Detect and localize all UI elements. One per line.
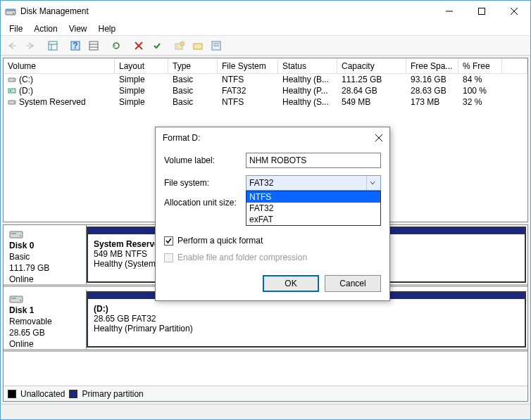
table-row[interactable]: (C:)SimpleBasicNTFSHealthy (B...111.25 G… [4, 74, 527, 85]
svg-point-36 [20, 300, 21, 301]
window-title: Disk Management [20, 6, 433, 16]
menu-help[interactable]: Help [93, 23, 122, 35]
compression-checkbox: Enable file and folder compression [164, 253, 381, 262]
svg-rect-34 [10, 296, 23, 303]
menu-action[interactable]: Action [28, 23, 63, 35]
check-icon[interactable] [149, 37, 165, 54]
disk-size: 28.65 GB [9, 328, 80, 338]
refresh-icon[interactable] [108, 37, 125, 54]
table-row[interactable]: System ReservedSimpleBasicNTFSHealthy (S… [4, 96, 527, 108]
svg-rect-1 [6, 10, 15, 11]
menu-view[interactable]: View [63, 23, 93, 35]
legend-primary-swatch [69, 390, 77, 398]
cancel-button[interactable]: Cancel [325, 275, 381, 292]
chevron-down-icon [366, 176, 377, 190]
ok-button[interactable]: OK [263, 275, 319, 292]
svg-rect-31 [10, 231, 23, 238]
statusbar [1, 404, 530, 419]
new-volume-icon [171, 37, 188, 54]
allocation-unit-size-label: Allocation unit size: [164, 198, 246, 208]
svg-rect-27 [8, 89, 15, 93]
svg-point-2 [13, 13, 14, 14]
svg-point-20 [180, 42, 185, 46]
titlebar: Disk Management [1, 1, 530, 22]
maximize-button[interactable] [466, 1, 498, 22]
filesystem-combobox[interactable]: FAT32 [246, 175, 381, 191]
help-icon[interactable]: ? [67, 37, 84, 54]
col-filesystem[interactable]: File System [218, 58, 278, 73]
quick-format-label: Perform a quick format [177, 236, 263, 246]
volume-label-input[interactable] [246, 153, 381, 168]
legend-unallocated-label: Unallocated [20, 389, 65, 399]
delete-icon[interactable] [130, 37, 147, 54]
toolbar: ? [1, 36, 530, 56]
col-freespace[interactable]: Free Spa... [406, 58, 458, 73]
filesystem-value: FAT32 [249, 178, 273, 188]
disk-name: Disk 1 [9, 305, 80, 315]
svg-point-30 [13, 102, 15, 103]
filesystem-option-exfat[interactable]: exFAT [246, 214, 380, 225]
svg-point-33 [20, 235, 21, 236]
svg-rect-28 [10, 90, 11, 91]
layout-icon[interactable] [44, 37, 61, 54]
legend: Unallocated Primary partition [4, 386, 527, 401]
partition-line: Healthy (Primary Partition) [94, 324, 519, 333]
menubar: File Action View Help [1, 22, 530, 36]
svg-point-26 [13, 79, 15, 81]
menu-file[interactable]: File [4, 23, 28, 35]
col-layout[interactable]: Layout [115, 58, 168, 73]
col-type[interactable]: Type [168, 58, 218, 73]
disk-size: 111.79 GB [9, 263, 80, 273]
disk-kind: Removable [9, 317, 80, 326]
legend-unallocated-swatch [8, 390, 16, 398]
disk-management-icon [5, 6, 16, 17]
properties-icon[interactable] [208, 37, 225, 54]
col-status[interactable]: Status [278, 58, 337, 73]
svg-rect-32 [11, 233, 16, 234]
legend-primary-label: Primary partition [82, 389, 143, 399]
format-dialog: Format D: Volume label: File system: FAT… [155, 127, 390, 301]
volume-label-label: Volume label: [164, 155, 246, 165]
table-row[interactable]: (D:)SimpleBasicFAT32Healthy (P...28.64 G… [4, 85, 527, 96]
disk-icon [9, 294, 80, 304]
dialog-title: Format D: [163, 133, 375, 143]
filesystem-option-ntfs[interactable]: NTFS [246, 191, 380, 203]
volume-table-header: Volume Layout Type File System Status Ca… [4, 58, 527, 74]
dialog-close-icon[interactable] [375, 134, 382, 141]
filesystem-label: File system: [164, 178, 246, 188]
partition-name: (D:) [94, 304, 519, 314]
filesystem-option-fat32[interactable]: FAT32 [246, 203, 380, 214]
settings-icon[interactable] [85, 37, 102, 54]
back-button [4, 37, 20, 54]
disk-kind: Basic [9, 252, 80, 262]
partition-line: 28.65 GB FAT32 [94, 314, 519, 324]
svg-rect-35 [11, 298, 16, 299]
svg-rect-14 [89, 42, 98, 50]
close-button[interactable] [498, 1, 530, 22]
volume-icon[interactable] [189, 37, 206, 54]
disk-state: Online [9, 339, 80, 349]
forward-button [22, 37, 39, 54]
svg-rect-4 [479, 8, 485, 15]
filesystem-dropdown: NTFS FAT32 exFAT [246, 191, 381, 226]
svg-rect-9 [49, 42, 57, 50]
disk-icon [9, 229, 80, 239]
svg-rect-21 [194, 44, 202, 49]
col-capacity[interactable]: Capacity [337, 58, 406, 73]
disk-name: Disk 0 [9, 241, 80, 250]
disk-state: Online [9, 274, 80, 284]
svg-text:?: ? [73, 41, 77, 51]
col-pctfree[interactable]: % Free [458, 58, 502, 73]
col-volume[interactable]: Volume [4, 58, 115, 73]
quick-format-checkbox[interactable]: Perform a quick format [164, 236, 381, 246]
minimize-button[interactable] [433, 1, 466, 22]
compression-label: Enable file and folder compression [177, 253, 307, 262]
